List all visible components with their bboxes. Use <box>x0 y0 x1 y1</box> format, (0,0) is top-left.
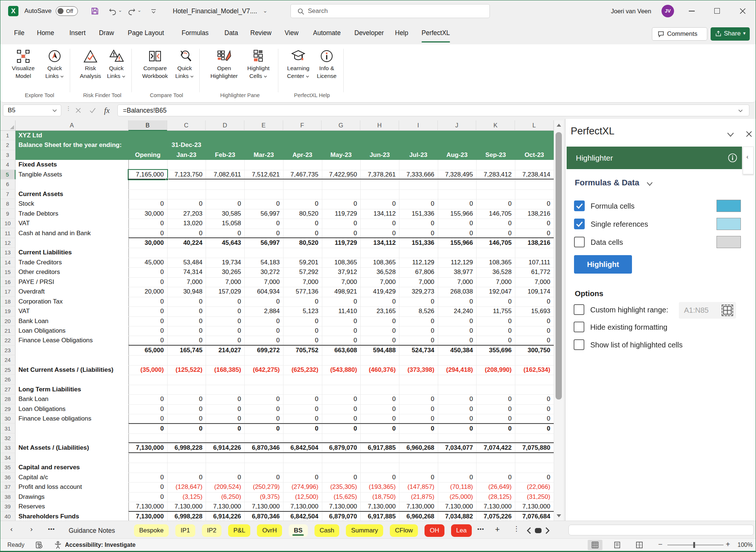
view-page-layout-button[interactable] <box>610 540 625 550</box>
sheet-tab-oh[interactable]: OH <box>425 524 444 537</box>
color-swatch-single-references[interactable] <box>717 218 741 230</box>
cell-D37[interactable]: (209,524) <box>206 482 244 492</box>
cell-D9[interactable]: 30,585 <box>206 209 244 219</box>
document-title-chevron-icon[interactable]: ⌄ <box>263 0 268 21</box>
cell-A25[interactable]: Net Current Assets / (Liabilities) <box>16 365 128 375</box>
cell-L37[interactable]: (22,066) <box>515 482 554 492</box>
cell-B18[interactable]: 0 <box>128 297 167 306</box>
cell-G28[interactable]: 0 <box>322 394 361 404</box>
cell-E12[interactable]: 56,997 <box>244 238 283 248</box>
cell-I23[interactable]: 524,734 <box>399 346 438 355</box>
save-icon[interactable] <box>90 7 99 16</box>
row-number-36[interactable]: 36 <box>0 473 16 482</box>
row-number-18[interactable]: 18 <box>0 297 16 306</box>
column-header-K[interactable]: K <box>476 120 515 131</box>
column-header-E[interactable]: E <box>244 120 283 131</box>
zoom-level[interactable]: 100% <box>738 539 753 551</box>
cell-B36[interactable]: 0 <box>128 473 167 482</box>
cell-B15[interactable]: 0 <box>128 267 167 277</box>
cell-C19[interactable]: 0 <box>167 306 206 316</box>
cell-K14[interactable]: 108,365 <box>476 258 515 267</box>
cell-C16[interactable]: 7,000 <box>167 277 206 287</box>
cell-F9[interactable]: 80,520 <box>283 209 322 219</box>
cell-I15[interactable]: 67,806 <box>399 267 438 277</box>
cell-H28[interactable]: 0 <box>360 394 399 404</box>
cell-F30[interactable]: 0 <box>283 414 322 424</box>
cell-J14[interactable]: 112,129 <box>438 258 477 267</box>
cell-L16[interactable]: 7,000 <box>515 277 554 287</box>
cell-I16[interactable]: 7,000 <box>399 277 438 287</box>
cell-L33[interactable]: 7,075,880 <box>515 443 554 453</box>
menu-tab-automate[interactable]: Automate <box>313 22 341 44</box>
cell-J30[interactable]: 0 <box>438 414 477 424</box>
cell-F20[interactable]: 0 <box>283 316 322 326</box>
cell-F23[interactable]: 705,752 <box>283 346 322 355</box>
cell-K39[interactable]: 7,130,000 <box>476 502 515 511</box>
column-header-A[interactable]: A <box>16 120 128 131</box>
cell-J19[interactable]: 24,240 <box>438 306 477 316</box>
cell-B9[interactable]: 30,000 <box>128 209 167 219</box>
cell-L31[interactable]: 0 <box>515 424 554 433</box>
cell-C11[interactable]: 0 <box>167 229 206 238</box>
cell-D28[interactable]: 0 <box>206 394 244 404</box>
cell-L10[interactable]: 0 <box>515 219 554 228</box>
cell-H33[interactable]: 6,917,885 <box>360 443 399 453</box>
cell-D21[interactable]: 0 <box>206 326 244 336</box>
cell-K37[interactable]: (26,649) <box>476 482 515 492</box>
view-page-break-button[interactable] <box>632 540 647 550</box>
row-number-23[interactable]: 23 <box>0 346 16 355</box>
cell-D23[interactable]: 214,027 <box>206 346 244 355</box>
cell-F25[interactable]: (625,232) <box>283 365 322 375</box>
cell-A40[interactable]: Shareholders Funds <box>16 512 128 521</box>
cell-B22[interactable]: 0 <box>128 336 167 345</box>
cell-E18[interactable]: 0 <box>244 297 283 306</box>
cell-K19[interactable]: 11,755 <box>476 306 515 316</box>
cell-I18[interactable]: 0 <box>399 297 438 306</box>
sheet-tab-summary[interactable]: Summary <box>346 524 383 537</box>
maximize-icon[interactable] <box>714 8 720 14</box>
cell-K38[interactable]: (28,125) <box>476 492 515 502</box>
cell-G30[interactable]: 0 <box>322 414 361 424</box>
row-number-12[interactable]: 12 <box>0 238 16 248</box>
row-number-3[interactable]: 3 <box>0 150 16 160</box>
cell-G40[interactable]: 6,879,070 <box>322 512 361 521</box>
fx-icon[interactable]: fx <box>104 104 110 117</box>
cell-A17[interactable]: Overdraft <box>16 287 128 296</box>
checkbox-data-cells[interactable] <box>574 237 585 247</box>
cell-G25[interactable]: (543,880) <box>322 365 361 375</box>
cell-H23[interactable]: 594,488 <box>360 346 399 355</box>
row-number-2[interactable]: 2 <box>0 140 16 150</box>
cell-D16[interactable]: 7,000 <box>206 277 244 287</box>
cell-H21[interactable]: 0 <box>360 326 399 336</box>
cell-A21[interactable]: Loan Obligations <box>16 326 128 336</box>
sheet-tab-lea[interactable]: Lea <box>451 524 472 537</box>
cell-H14[interactable]: 108,365 <box>360 258 399 267</box>
menu-tab-home[interactable]: Home <box>37 22 54 44</box>
cell-H25[interactable]: (460,376) <box>360 365 399 375</box>
cell-B17[interactable]: 20,000 <box>128 287 167 296</box>
cell-K40[interactable]: 7,075,226 <box>476 512 515 521</box>
cell-K8[interactable]: 0 <box>476 199 515 209</box>
row-number-22[interactable]: 22 <box>0 336 16 345</box>
column-header-J[interactable]: J <box>438 120 477 131</box>
cell-C29[interactable]: 0 <box>167 404 206 414</box>
row-number-30[interactable]: 30 <box>0 414 16 424</box>
menu-tab-help[interactable]: Help <box>395 22 408 44</box>
option-checkbox-show-list-of-highlighted-cells[interactable] <box>574 339 584 350</box>
cell-B23[interactable]: 65,000 <box>128 346 167 355</box>
cell-C17[interactable]: 30,948 <box>167 287 206 296</box>
cell-C31[interactable]: 0 <box>167 424 206 433</box>
cell-K20[interactable]: 0 <box>476 316 515 326</box>
cell-K10[interactable]: 0 <box>476 219 515 228</box>
cell-J22[interactable]: 0 <box>438 336 477 345</box>
cell-E17[interactable]: 604,934 <box>244 287 283 296</box>
row-number-39[interactable]: 39 <box>0 502 16 511</box>
cell-I14[interactable]: 112,129 <box>399 258 438 267</box>
cell-B8[interactable]: 0 <box>128 199 167 209</box>
cell-H8[interactable]: 0 <box>360 199 399 209</box>
cell-D30[interactable]: 0 <box>206 414 244 424</box>
cell-E25[interactable]: (642,275) <box>244 365 283 375</box>
cell-G5[interactable]: 7,422,950 <box>322 170 361 179</box>
cell-C25[interactable]: (125,522) <box>167 365 206 375</box>
cell-B14[interactable]: 45,000 <box>128 258 167 267</box>
